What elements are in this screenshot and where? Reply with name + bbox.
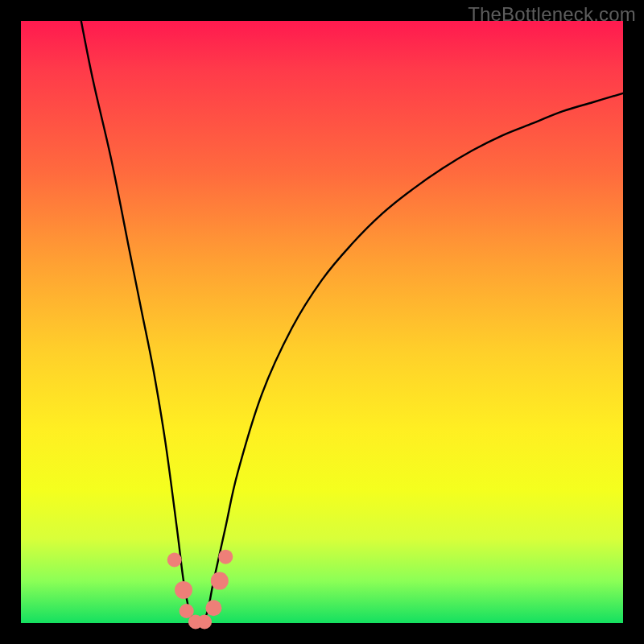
plot-area <box>21 21 623 623</box>
curve-marker <box>211 572 229 590</box>
curve-marker <box>218 550 233 564</box>
curve-marker <box>197 615 212 630</box>
curve-marker <box>167 553 182 568</box>
curve-markers <box>167 550 233 630</box>
curve-marker <box>205 600 221 616</box>
bottleneck-curve <box>81 21 623 625</box>
watermark-text: TheBottleneck.com <box>468 3 636 26</box>
chart-frame: TheBottleneck.com <box>0 0 644 644</box>
curve-svg <box>21 21 623 623</box>
curve-marker <box>175 581 192 599</box>
